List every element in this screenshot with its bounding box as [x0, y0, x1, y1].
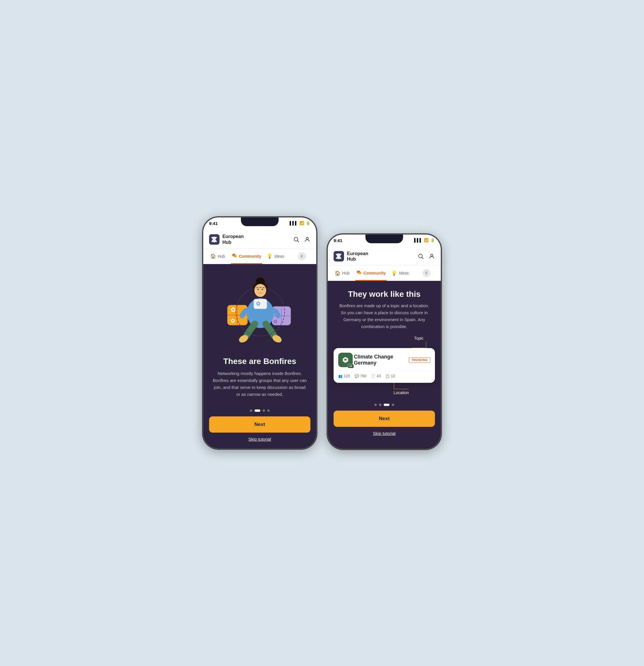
next-button-1[interactable]: Next [209, 416, 310, 433]
svg-text:✿: ✿ [256, 301, 261, 306]
signal-icon-2: ▌▌▌ [414, 238, 422, 242]
tab-community-2[interactable]: Community [355, 265, 387, 281]
howwork-description: Bonfires are made up of a topic and a lo… [328, 302, 441, 336]
dot-2-4 [392, 404, 394, 406]
country-badge: DE [348, 364, 354, 368]
community-icon-2 [356, 270, 362, 276]
dot-2-1 [375, 404, 377, 406]
location-annotation-row: Location [334, 383, 435, 395]
topic-label: Topic [414, 336, 424, 340]
card-icon: DE [338, 353, 353, 367]
svg-point-31 [431, 254, 433, 256]
search-icon-2[interactable] [418, 253, 424, 260]
tab-bar-2: 🏠 Hub Community 💡 Ideas [328, 265, 441, 281]
svg-point-21 [260, 291, 261, 292]
dot-2-2 [379, 404, 381, 406]
svg-point-3 [306, 237, 308, 239]
dot-1-2 [255, 409, 260, 412]
svg-point-19 [257, 289, 259, 290]
tab-ideas-1[interactable]: 💡 Ideas [262, 249, 289, 264]
howwork-title: They work like this [340, 281, 430, 302]
app-title-1: European Hub [222, 234, 244, 245]
posts-count: 780 [360, 374, 367, 378]
notch-1 [241, 217, 279, 226]
bonfire-illustration: ✿ ✿ ✿ ✿ [219, 270, 300, 351]
euro-circle-2: € [422, 269, 431, 277]
stat-members: 👥 120 [338, 374, 350, 378]
pagination-dots-2 [375, 404, 394, 406]
search-icon-1[interactable] [293, 236, 299, 243]
signal-icon: ▌▌▌ [290, 221, 298, 225]
battery-icon-2: 🔋 [430, 238, 435, 242]
hub-icon-2: 🏠 [335, 270, 341, 276]
tab-hub-label-2: Hub [342, 271, 350, 275]
header-actions-2 [418, 253, 435, 260]
notch-2 [365, 234, 403, 243]
tab-hub-1[interactable]: 🏠 Hub [205, 249, 231, 264]
profile-icon-2[interactable] [429, 253, 435, 260]
dot-1-1 [250, 409, 252, 412]
bonfire-text: These are Bonfires Networking mostly hap… [203, 357, 316, 404]
skip-link-2[interactable]: Skip tutorial [373, 427, 396, 443]
ideas-icon-1: 💡 [267, 253, 273, 259]
card-title-line2: Germany [354, 360, 409, 366]
ideas-icon-2: 💡 [391, 270, 397, 276]
wifi-icon-2: 📶 [424, 238, 429, 242]
events-count: 12 [391, 374, 395, 378]
svg-point-29 [419, 254, 422, 258]
next-button-2[interactable]: Next [334, 410, 435, 427]
app-logo-2: European Hub [334, 251, 368, 262]
card-annotation-area: Topic [334, 336, 435, 395]
svg-line-2 [297, 241, 299, 242]
bonfire-description: Networking mostly happens inside Bonfire… [212, 370, 308, 398]
tab-euro-1[interactable]: € [289, 249, 315, 264]
location-annotation-group: Location [394, 383, 409, 395]
phone-2: 9:41 ▌▌▌ 📶 🔋 European H [328, 234, 441, 449]
posts-icon: 💬 [355, 374, 359, 378]
tab-euro-2[interactable]: € [413, 265, 439, 281]
app-header-1: European Hub [203, 231, 316, 248]
tab-community-1[interactable]: Community [231, 249, 262, 264]
status-time-1: 9:41 [209, 221, 218, 226]
members-count: 120 [344, 374, 350, 378]
logo-svg-1 [209, 234, 220, 245]
hub-icon-1: 🏠 [210, 253, 216, 259]
profile-icon-1[interactable] [304, 236, 310, 243]
battery-icon: 🔋 [306, 221, 310, 225]
tab-ideas-label-2: Ideas [399, 271, 408, 275]
card-title-area: Climate Change Germany [353, 354, 409, 366]
svg-line-30 [422, 258, 423, 259]
bonfire-card: DE Climate Change Germany TRENDING [334, 348, 435, 383]
card-icon-area: DE [338, 353, 353, 367]
location-v-line [394, 383, 395, 389]
topic-annotation-row: Topic [334, 336, 435, 348]
svg-point-18 [254, 284, 266, 297]
svg-point-1 [294, 237, 298, 241]
dot-1-3 [263, 409, 265, 412]
topic-line-group [412, 342, 427, 348]
phone-2-inner: 9:41 ▌▌▌ 📶 🔋 European H [328, 234, 441, 449]
dot-1-4 [267, 409, 269, 412]
pagination-dots-1 [250, 409, 269, 412]
card-header: DE Climate Change Germany TRENDING [338, 353, 430, 367]
tab-ideas-label-1: Ideas [274, 254, 284, 259]
app-logo-1: European Hub [209, 234, 244, 245]
tab-community-label-1: Community [239, 254, 261, 259]
wifi-icon: 📶 [299, 221, 304, 225]
tab-ideas-2[interactable]: 💡 Ideas [387, 265, 413, 281]
tab-community-label-2: Community [363, 271, 386, 275]
members-icon: 👥 [338, 374, 343, 378]
docs-count: 43 [377, 374, 381, 378]
svg-rect-33 [358, 272, 361, 274]
location-line-group [394, 383, 409, 389]
bonfire-title: These are Bonfires [212, 357, 308, 366]
phone-1: 9:41 ▌▌▌ 📶 🔋 European H [203, 217, 316, 448]
phone-1-inner: 9:41 ▌▌▌ 📶 🔋 European H [203, 217, 316, 448]
stat-events: 📋 12 [385, 374, 395, 378]
skip-link-1[interactable]: Skip tutorial [248, 433, 271, 449]
stat-posts: 💬 780 [355, 374, 367, 378]
app-header-2: European Hub [328, 248, 441, 265]
svg-point-20 [262, 289, 263, 290]
tab-hub-2[interactable]: 🏠 Hub [329, 265, 355, 281]
screen-howwork: They work like this Bonfires are made up… [328, 281, 441, 449]
